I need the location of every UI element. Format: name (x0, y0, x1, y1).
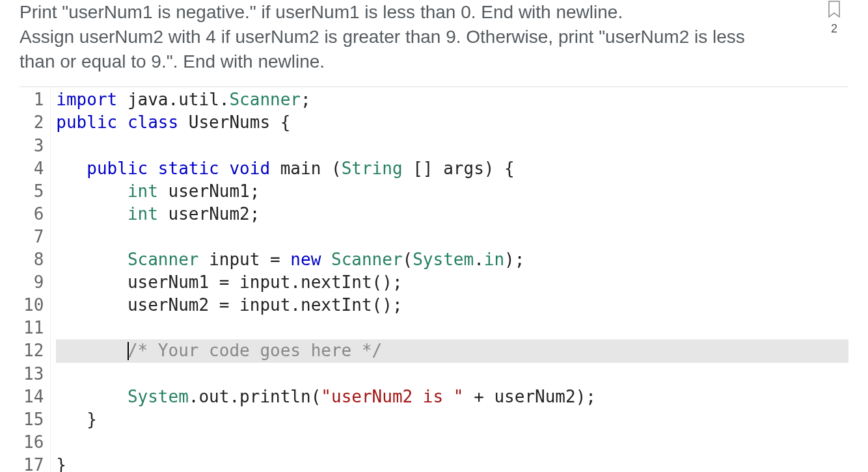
code-line[interactable] (56, 135, 848, 157)
code-token: System (128, 387, 189, 406)
code-token: } (56, 455, 66, 472)
code-token (56, 250, 128, 269)
line-number: 3 (23, 135, 44, 157)
code-line[interactable]: System.out.println("userNum2 is " + user… (56, 386, 848, 408)
code-line[interactable]: Scanner input = new Scanner(System.in); (56, 248, 848, 271)
code-token: userNum2 = input.nextInt(); (128, 295, 403, 315)
code-token: userNum2; (169, 204, 260, 224)
line-number: 12 (23, 339, 44, 362)
code-token: System (413, 250, 474, 269)
code-token: ( (331, 159, 342, 178)
line-number: 8 (23, 248, 44, 271)
code-line[interactable]: userNum1 = input.nextInt(); (56, 271, 848, 294)
code-token (56, 341, 128, 360)
code-token: /* Your code goes here */ (128, 341, 382, 360)
code-line[interactable]: int userNum2; (56, 203, 848, 226)
code-token: "userNum2 is " (321, 387, 463, 406)
code-token (56, 159, 87, 178)
code-token: ; (301, 90, 311, 109)
code-token (56, 387, 128, 406)
line-number: 16 (23, 431, 44, 454)
line-number: 5 (23, 180, 44, 203)
code-token: out (198, 387, 229, 406)
code-token: UserNums (189, 112, 270, 132)
code-line[interactable]: import java.util.Scanner; (56, 88, 848, 111)
line-number: 15 (23, 408, 44, 431)
code-token: [] (413, 159, 443, 178)
code-token: { (270, 112, 290, 132)
code-token: int (128, 204, 169, 224)
line-number: 1 (23, 88, 44, 111)
code-token: args) { (443, 159, 515, 178)
code-line[interactable] (56, 363, 848, 386)
line-number: 6 (23, 203, 44, 226)
line-number: 17 (23, 454, 44, 472)
code-token: new (290, 250, 331, 269)
line-number: 7 (23, 226, 44, 248)
code-token: . (219, 90, 230, 109)
code-token: userNum1 = input.nextInt(); (128, 272, 403, 292)
code-line[interactable]: public static void main (String [] args)… (56, 157, 848, 180)
code-area[interactable]: import java.util.Scanner;public class Us… (51, 87, 848, 472)
code-token: import (56, 90, 128, 109)
code-token: . (229, 387, 239, 406)
line-number: 13 (23, 363, 44, 386)
code-token: . (169, 90, 179, 109)
code-token (56, 181, 128, 201)
code-token (56, 204, 128, 224)
code-line[interactable] (56, 317, 848, 339)
problem-instructions: Print "userNum1 is negative." if userNum… (20, 0, 848, 73)
code-line[interactable]: } (56, 454, 848, 472)
code-token: java (128, 90, 169, 109)
code-token: userNum1; (169, 181, 260, 201)
code-token: println( (239, 387, 321, 406)
code-token: ); (504, 250, 524, 269)
bookmark-icon (826, 0, 842, 20)
code-token: . (189, 387, 199, 406)
code-line[interactable]: userNum2 = input.nextInt(); (56, 294, 848, 317)
code-token: Scanner (229, 90, 301, 109)
code-token: } (56, 410, 97, 429)
line-number: 2 (23, 111, 44, 134)
line-number: 9 (23, 271, 44, 294)
code-token: public static void (87, 159, 280, 178)
line-number: 14 (23, 386, 44, 408)
line-number-gutter: 1234567891011121314151617 (20, 87, 51, 472)
attempts-badge: 2 (826, 0, 842, 36)
line-number: 10 (23, 294, 44, 317)
line-number: 4 (23, 157, 44, 180)
attempts-count: 2 (831, 22, 837, 36)
code-token: in (484, 250, 504, 269)
code-line[interactable] (56, 226, 848, 248)
code-token: Scanner (128, 250, 209, 269)
code-line[interactable]: /* Your code goes here */ (56, 339, 848, 362)
instruction-line: Print "userNum1 is negative." if userNum… (20, 2, 623, 22)
code-token (56, 272, 128, 292)
code-token: . (474, 250, 484, 269)
code-token: int (128, 181, 169, 201)
code-token: Scanner (331, 250, 403, 269)
code-token: ( (403, 250, 413, 269)
code-line[interactable]: } (56, 408, 848, 431)
code-token: input = (209, 250, 290, 269)
code-token: public class (56, 112, 189, 132)
code-token: main (280, 159, 331, 178)
code-token: String (342, 159, 413, 178)
exercise-panel: 2 Print "userNum1 is negative." if userN… (0, 0, 868, 472)
line-number: 11 (23, 317, 44, 339)
code-token (56, 295, 128, 315)
code-line[interactable] (56, 431, 848, 454)
instruction-line: Assign userNum2 with 4 if userNum2 is gr… (20, 27, 745, 72)
code-line[interactable]: public class UserNums { (56, 111, 848, 134)
code-line[interactable]: int userNum1; (56, 180, 848, 203)
code-editor[interactable]: 1234567891011121314151617 import java.ut… (20, 86, 848, 472)
code-token: util (178, 90, 219, 109)
code-token: + userNum2); (463, 387, 596, 406)
